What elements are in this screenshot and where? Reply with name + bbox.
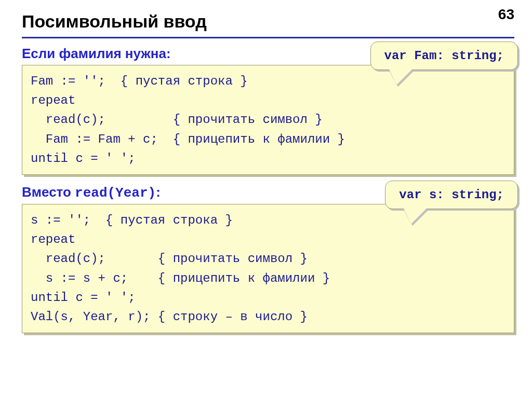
- code-line: Fam := Fam + c; { прицепить к фамилии }: [31, 130, 506, 149]
- code-line: Val(s, Year, r); { строку – в число }: [31, 307, 506, 326]
- code-line: until c = ' ';: [31, 288, 506, 307]
- code-line: repeat: [31, 91, 506, 110]
- section2-heading-after: :: [156, 184, 161, 200]
- code-line: read(c); { прочитать символ }: [31, 110, 506, 129]
- codebox-2: var s: string; s := ''; { пустая строка …: [22, 204, 514, 333]
- code-line: read(c); { прочитать символ }: [31, 249, 506, 268]
- section2-heading-before: Вместо: [22, 184, 75, 200]
- code-line: repeat: [31, 230, 506, 249]
- page-number: 63: [498, 6, 514, 23]
- callout-2-text: var s: string;: [385, 181, 518, 209]
- title-rule: [22, 37, 514, 38]
- code-line: until c = ' ';: [31, 149, 506, 168]
- callout-1-text: var Fam: string;: [370, 42, 518, 70]
- code-line: s := s + c; { прицепить к фамилии }: [31, 269, 506, 288]
- page-title: Посимвольный ввод: [22, 11, 514, 32]
- section2-heading-mono: read(Year): [75, 185, 156, 201]
- callout-2: var s: string;: [385, 181, 518, 224]
- codebox-1: var Fam: string; Fam := ''; { пустая стр…: [22, 65, 514, 175]
- callout-1: var Fam: string;: [370, 42, 518, 85]
